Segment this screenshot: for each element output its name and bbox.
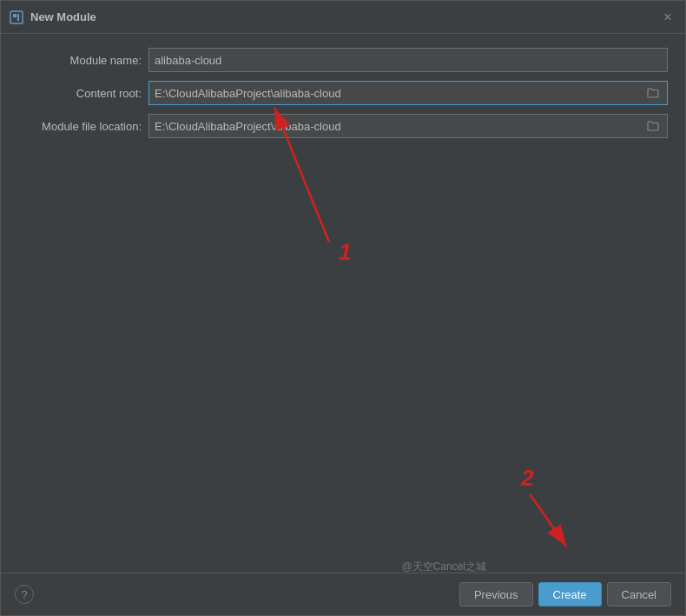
module-name-row: Module name: xyxy=(18,48,668,72)
footer: ? Previous Create Cancel xyxy=(1,573,685,615)
content-root-folder-button[interactable] xyxy=(644,84,662,102)
content-area: Module name: Content root: Module file l… xyxy=(1,34,685,573)
dialog-title: New Module xyxy=(30,10,659,23)
content-root-input-wrapper xyxy=(148,81,668,105)
title-bar: New Module × xyxy=(1,1,685,34)
svg-rect-1 xyxy=(13,14,16,17)
svg-text:1: 1 xyxy=(339,240,352,265)
dialog-icon xyxy=(10,10,23,24)
create-button[interactable]: Create xyxy=(538,582,602,606)
cancel-button[interactable]: Cancel xyxy=(607,582,671,606)
content-root-row: Content root: xyxy=(18,81,668,105)
module-file-location-label: Module file location: xyxy=(18,120,148,133)
help-button[interactable]: ? xyxy=(15,585,34,604)
module-file-location-folder-button[interactable] xyxy=(644,117,662,135)
content-root-input[interactable] xyxy=(155,87,644,100)
content-root-label: Content root: xyxy=(18,87,148,100)
module-name-input[interactable] xyxy=(155,54,662,67)
module-name-label: Module name: xyxy=(18,54,148,67)
svg-line-7 xyxy=(530,494,566,546)
svg-rect-2 xyxy=(17,14,19,21)
module-file-location-input-wrapper xyxy=(148,114,668,138)
module-file-location-input[interactable] xyxy=(155,120,644,133)
new-module-dialog: New Module × Module name: Content root: xyxy=(0,0,686,616)
close-button[interactable]: × xyxy=(659,9,676,26)
module-name-input-wrapper xyxy=(148,48,668,72)
footer-left: ? xyxy=(15,585,454,604)
previous-button[interactable]: Previous xyxy=(459,582,533,606)
module-file-location-row: Module file location: xyxy=(18,114,668,138)
svg-text:2: 2 xyxy=(520,466,534,491)
